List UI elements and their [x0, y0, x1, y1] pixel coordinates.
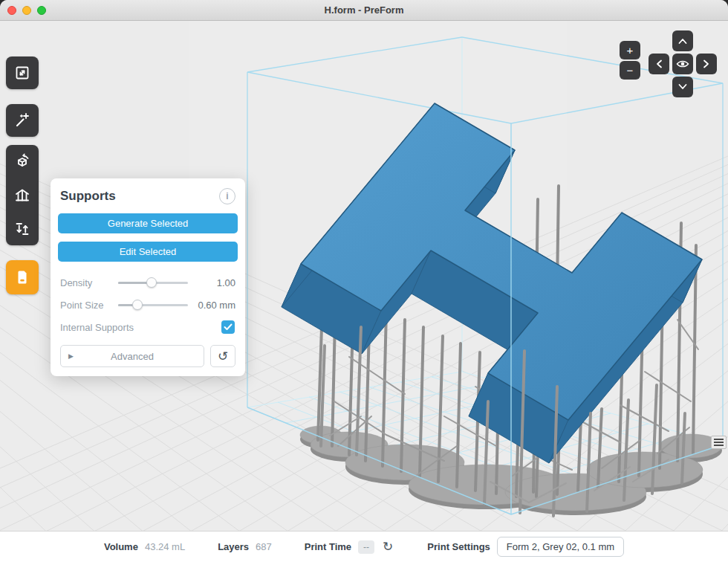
- zoom-out-button[interactable]: −: [620, 61, 640, 80]
- volume-value: 43.24 mL: [145, 541, 185, 552]
- chevron-up-icon: [677, 36, 689, 45]
- info-icon[interactable]: i: [219, 188, 235, 204]
- density-row: Density 1.00: [58, 271, 238, 294]
- internal-supports-checkbox[interactable]: [221, 320, 235, 334]
- print-button[interactable]: [6, 260, 39, 294]
- volume-label: Volume: [104, 541, 138, 552]
- expand-triangle-icon: ▶: [68, 352, 74, 360]
- rotate-view-right-button[interactable]: [696, 54, 717, 74]
- window-title: H.form - PreForm: [325, 4, 404, 16]
- point-size-label: Point Size: [60, 300, 118, 311]
- point-size-slider[interactable]: [118, 299, 188, 311]
- rotate-view-down-button[interactable]: [672, 77, 693, 97]
- print-settings-select[interactable]: Form 2, Grey 02, 0.1 mm: [497, 537, 624, 557]
- print-time-label: Print Time: [305, 541, 351, 552]
- zoom-window-button[interactable]: [37, 6, 46, 15]
- internal-supports-label: Internal Supports: [60, 322, 221, 333]
- print-time-stat: Print Time -- ↻: [305, 540, 395, 554]
- supports-tool-button[interactable]: [6, 178, 39, 212]
- point-size-row: Point Size 0.60 mm: [58, 294, 238, 316]
- reset-defaults-button[interactable]: ↺: [210, 345, 235, 367]
- print-settings-stat: Print Settings Form 2, Grey 02, 0.1 mm: [427, 537, 624, 557]
- chevron-right-icon: [702, 58, 711, 70]
- reset-icon: ↺: [218, 349, 228, 364]
- magic-wand-icon: [13, 112, 31, 129]
- print-settings-label: Print Settings: [427, 541, 490, 552]
- orientation-tool-button[interactable]: [6, 145, 39, 178]
- supports-panel: Supports i Generate Selected Edit Select…: [51, 178, 245, 376]
- edit-selected-button[interactable]: Edit Selected: [58, 242, 238, 262]
- point-size-value: 0.60 mm: [194, 300, 235, 311]
- eye-icon: [676, 59, 689, 69]
- zoom-in-button[interactable]: +: [620, 41, 640, 59]
- model-h[interactable]: [282, 103, 702, 463]
- checkmark-icon: [224, 323, 233, 331]
- panel-title: Supports: [60, 189, 116, 204]
- close-window-button[interactable]: [7, 6, 16, 15]
- layout-tool-button[interactable]: [6, 212, 39, 245]
- chevron-left-icon: [654, 58, 663, 70]
- app-window: H.form - PreForm: [0, 0, 728, 562]
- one-click-print-tool-button[interactable]: [6, 104, 39, 137]
- refresh-icon: ↻: [383, 540, 393, 554]
- rotate-view-up-button[interactable]: [672, 30, 693, 51]
- density-label: Density: [60, 277, 118, 288]
- reset-view-button[interactable]: [672, 54, 693, 74]
- chevron-down-icon: [677, 83, 689, 91]
- size-icon: [13, 64, 31, 82]
- layers-label: Layers: [218, 541, 249, 552]
- layer-slider-handle[interactable]: [711, 436, 727, 449]
- rotate-view-left-button[interactable]: [649, 54, 669, 74]
- zoom-in-icon: +: [627, 44, 634, 56]
- zoom-controls: + −: [620, 41, 640, 80]
- status-bar: Volume 43.24 mL Layers 687 Print Time --…: [0, 531, 728, 562]
- advanced-button[interactable]: ▶ Advanced: [60, 345, 204, 367]
- resin-cartridge-icon: [13, 268, 31, 286]
- minimize-window-button[interactable]: [22, 6, 31, 15]
- internal-supports-row: Internal Supports: [58, 316, 238, 338]
- layers-value: 687: [256, 541, 272, 552]
- title-bar: H.form - PreForm: [0, 0, 728, 21]
- orientation-icon: [13, 153, 31, 171]
- supports-icon: [13, 187, 31, 204]
- density-slider-handle[interactable]: [146, 277, 157, 288]
- print-time-value: --: [358, 540, 374, 554]
- density-slider[interactable]: [118, 277, 188, 288]
- layers-stat: Layers 687: [218, 541, 272, 552]
- generate-selected-button[interactable]: Generate Selected: [58, 213, 238, 233]
- layout-icon: [13, 220, 31, 238]
- size-tool-button[interactable]: [6, 56, 39, 89]
- point-size-slider-handle[interactable]: [132, 300, 143, 310]
- advanced-button-label: Advanced: [111, 351, 154, 362]
- zoom-out-icon: −: [627, 64, 634, 77]
- volume-stat: Volume 43.24 mL: [104, 541, 185, 552]
- density-value: 1.00: [194, 277, 235, 288]
- tool-group: [6, 145, 39, 245]
- refresh-print-time-button[interactable]: ↻: [381, 540, 394, 553]
